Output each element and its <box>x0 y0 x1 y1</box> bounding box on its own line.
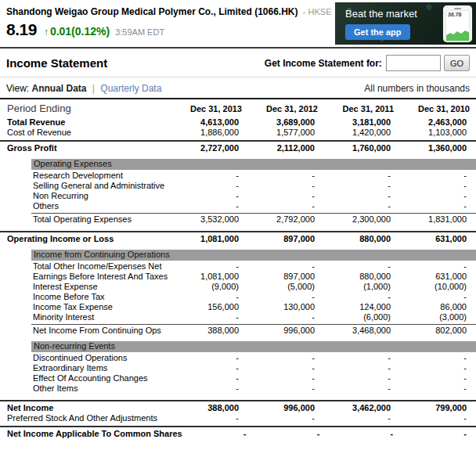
divider <box>31 213 476 214</box>
tab-annual-data: Annual Data <box>31 83 86 94</box>
row-value: (3,000) <box>400 312 476 322</box>
tab-quarterly-data[interactable]: Quarterly Data <box>100 83 161 94</box>
row-value: 1,760,000 <box>324 143 400 153</box>
row-label: Research Development <box>0 171 172 181</box>
row-value: 799,000 <box>400 403 476 413</box>
row-value: 1,360,000 <box>400 143 476 153</box>
row-value: - <box>400 363 476 373</box>
row-label: Effect Of Accounting Changes <box>0 373 172 383</box>
row-value: - <box>256 429 330 439</box>
row-value: - <box>248 353 324 363</box>
row-value: - <box>248 171 324 181</box>
table-row: Other Items---- <box>0 383 476 394</box>
row-value: 86,000 <box>400 302 476 312</box>
row-value: - <box>172 373 248 383</box>
table-row: Income Tax Expense156,000130,000124,0008… <box>0 302 476 312</box>
row-value: 388,000 <box>172 403 248 413</box>
row-value: - <box>172 171 248 181</box>
row-value: - <box>324 292 400 302</box>
row-value: - <box>324 373 400 383</box>
row-value: (5,000) <box>248 282 324 292</box>
row-value: - <box>400 261 476 272</box>
section-banner: Non-recurring Events <box>31 341 476 352</box>
view-separator: | <box>92 83 95 94</box>
table-row: Net Income Applicable To Common Shares--… <box>0 429 476 439</box>
phone-chart-icon <box>446 28 470 41</box>
phone-screen: 36.78 <box>445 10 470 41</box>
view-toggle: View: Annual Data | Quarterly Data <box>6 83 161 94</box>
row-value: 631,000 <box>400 272 476 282</box>
row-value: 2,792,000 <box>248 214 324 225</box>
table-row: Total Operating Expenses3,532,0002,792,0… <box>0 214 476 225</box>
table-row: Income Before Tax---- <box>0 292 476 302</box>
row-label: Extraordinary Items <box>0 363 172 373</box>
table-row: Extraordinary Items---- <box>0 363 476 373</box>
phone-speaker <box>454 8 461 9</box>
up-arrow-icon: ↑ <box>44 27 49 38</box>
row-value: - <box>172 383 248 394</box>
row-value: 1,886,000 <box>172 128 248 138</box>
row-value: (10,000) <box>400 282 476 292</box>
row-value: 1,420,000 <box>324 128 400 138</box>
row-value: - <box>248 292 324 302</box>
row-value: (1,000) <box>324 282 400 292</box>
income-table-body: Total Revenue4,613,0003,689,0003,181,000… <box>0 117 476 439</box>
phone-price-text: 36.78 <box>446 11 469 18</box>
income-statement-table: Period Ending Dec 31, 2013Dec 31, 2012De… <box>0 98 476 439</box>
row-label: Cost of Revenue <box>0 128 172 138</box>
row-value: - <box>172 292 248 302</box>
row-value: 3,181,000 <box>324 117 400 128</box>
row-value: 1,831,000 <box>400 214 476 225</box>
table-row: Net Income From Continuing Ops388,000996… <box>0 326 476 336</box>
row-value: - <box>172 261 248 272</box>
symbol-input[interactable] <box>386 55 441 71</box>
row-value: 1,103,000 <box>400 128 476 138</box>
phone-graphic-icon: 36.78 <box>443 5 472 42</box>
symbol-lookup: Get Income Statement for: GO <box>265 55 470 71</box>
quote-header: Shandong Weigao Group Medical Polymer Co… <box>0 0 476 49</box>
row-label: Earnings Before Interest And Taxes <box>0 272 172 282</box>
row-label: Net Income <box>0 403 172 413</box>
row-value: - <box>324 201 400 211</box>
column-header: Dec 31, 2010 <box>400 104 476 113</box>
divider <box>0 140 476 142</box>
row-value: - <box>324 413 400 423</box>
row-value: 3,532,000 <box>172 214 248 225</box>
table-row: Minority Interest--(6,000)(3,000) <box>0 312 476 322</box>
row-value: - <box>324 261 400 272</box>
row-value: - <box>172 312 248 322</box>
row-value: - <box>248 201 324 211</box>
table-row: Interest Expense(9,000)(5,000)(1,000)(10… <box>0 282 476 292</box>
row-label: Non Recurring <box>0 191 172 201</box>
statement-bar: Income Statement Get Income Statement fo… <box>0 49 476 77</box>
page-title: Income Statement <box>6 56 107 70</box>
row-value: - <box>402 429 476 439</box>
row-value: - <box>400 353 476 363</box>
row-value: - <box>400 383 476 394</box>
row-value: 3,462,000 <box>324 403 400 413</box>
row-value: - <box>248 363 324 373</box>
row-value: 124,000 <box>324 302 400 312</box>
row-value: 156,000 <box>172 302 248 312</box>
table-row: Gross Profit2,727,0002,112,0001,760,0001… <box>0 143 476 153</box>
row-value: - <box>324 383 400 394</box>
row-label: Total Other Income/Expenses Net <box>0 261 172 272</box>
row-value: - <box>324 171 400 181</box>
row-value: 2,463,000 <box>400 117 476 128</box>
row-value: - <box>248 181 324 191</box>
table-row: Total Revenue4,613,0003,689,0003,181,000… <box>0 117 476 128</box>
divider <box>0 400 476 401</box>
period-ending-label: Period Ending <box>0 103 172 114</box>
row-value: 4,613,000 <box>172 117 248 128</box>
units-note: All numbers in thousands <box>364 83 470 94</box>
table-row: Effect Of Accounting Changes---- <box>0 373 476 383</box>
get-the-app-button[interactable]: Get the app <box>345 24 410 40</box>
row-label: Income Before Tax <box>0 292 172 302</box>
row-value: 3,689,000 <box>248 117 324 128</box>
go-button[interactable]: GO <box>444 55 470 71</box>
quote-timestamp: 3:59AM EDT <box>115 27 164 37</box>
row-value: - <box>400 191 476 201</box>
table-row: Others---- <box>0 201 476 211</box>
ad-banner[interactable]: Beat the market Get the app 36.78 <box>335 2 476 45</box>
row-value: - <box>324 363 400 373</box>
